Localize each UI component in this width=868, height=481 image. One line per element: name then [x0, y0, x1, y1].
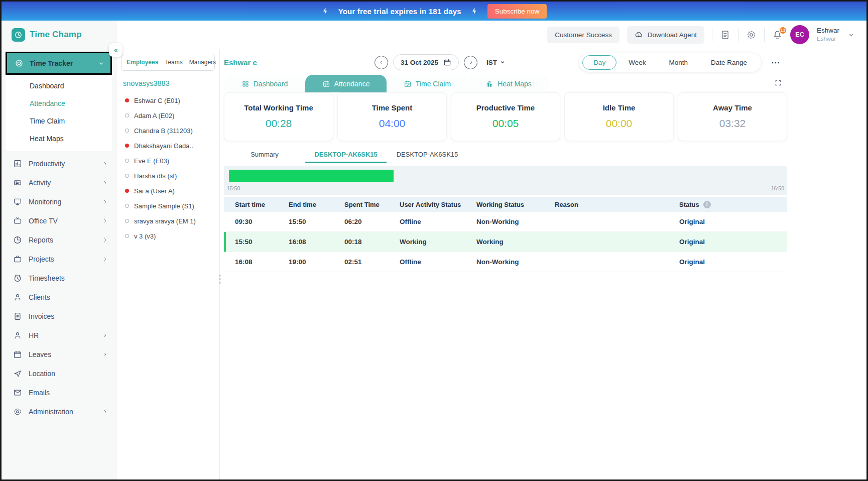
list-item[interactable]: Dhakshayani Gada.. — [121, 138, 215, 153]
sidebar-subitem[interactable]: Dashboard — [6, 77, 112, 94]
section-tab[interactable]: Dashboard — [224, 75, 305, 92]
list-item[interactable]: v 3 (v3) — [121, 228, 215, 244]
sidebar-item-icon — [13, 197, 22, 206]
lightning-icon — [470, 7, 478, 15]
status-dot — [125, 144, 129, 148]
table-row[interactable]: 15:50 16:08 00:18 Working Working Origin… — [224, 232, 787, 252]
sidebar-subitem[interactable]: Heat Maps — [6, 130, 112, 147]
status-dot — [125, 98, 129, 102]
stat-card: Idle Time 00:00 — [564, 92, 674, 141]
device-tab[interactable]: Summary — [224, 146, 305, 163]
timezone-select[interactable]: IST — [486, 59, 506, 66]
sidebar-item[interactable]: Emails — [2, 383, 116, 402]
sidebar-item[interactable]: Reports — [2, 230, 116, 250]
timeline-end-label: 16:50 — [771, 185, 784, 191]
list-item[interactable]: Sai a (User A) — [121, 183, 215, 198]
panel-resize-handle[interactable] — [219, 275, 221, 284]
sidebar-item[interactable]: Leaves — [2, 345, 116, 364]
tab-label: Heat Maps — [498, 80, 532, 88]
user-menu[interactable]: Eshwar Eshwar — [817, 27, 839, 42]
brand-name: Time Champ — [30, 30, 82, 40]
sidebar-item[interactable]: Monitoring — [2, 192, 116, 211]
list-item[interactable]: Harsha dfs (sf) — [121, 168, 215, 183]
sidebar-subitem[interactable]: Time Claim — [6, 112, 112, 130]
cell-status: Original — [670, 218, 787, 225]
timeline-start-label: 15:50 — [227, 185, 240, 191]
sidebar-item[interactable]: Productivity — [2, 154, 116, 173]
sidebar-item-icon — [13, 293, 22, 302]
employee-panel-tab[interactable]: Employees — [127, 59, 158, 66]
sidebar-item[interactable]: Invoices — [2, 307, 116, 326]
fullscreen-button[interactable] — [774, 79, 782, 88]
employee-panel-tab[interactable]: Managers — [189, 59, 216, 66]
status-dot — [125, 204, 129, 208]
list-item[interactable]: sravya sravya (EM 1) — [121, 213, 215, 228]
sidebar: Time Champ « Time Tracker Dashboard Atte… — [2, 21, 116, 479]
stats-cards: Total Working Time 00:28 Time Spent 04:0… — [224, 92, 787, 141]
list-item[interactable]: Adam A (E02) — [121, 108, 215, 123]
avatar[interactable]: EC — [790, 25, 809, 44]
section-tab[interactable]: Time Claim — [387, 75, 468, 92]
tab-label: Attendance — [334, 80, 370, 88]
sidebar-item[interactable]: Clients — [2, 288, 116, 307]
customer-success-label: Customer Success — [555, 31, 611, 39]
device-tab[interactable]: DESKTOP-AK6SK15 — [305, 146, 387, 163]
sidebar-item[interactable]: Administration — [2, 402, 116, 421]
stat-value: 00:28 — [224, 117, 333, 130]
employee-name: sravya sravya (EM 1) — [134, 217, 196, 225]
list-item[interactable]: Chandra B (311203) — [121, 123, 215, 138]
previous-day-button[interactable] — [375, 56, 388, 69]
employee-group-label[interactable]: snovasys3883 — [123, 79, 215, 87]
status-dot — [125, 189, 129, 193]
stat-card: Away Time 03:32 — [678, 92, 787, 141]
sidebar-item-label: Time Tracker — [30, 59, 92, 67]
sidebar-item-label: HR — [29, 331, 39, 339]
status-dot — [125, 234, 129, 238]
section-tab[interactable]: Heat Maps — [468, 75, 549, 92]
download-agent-label: Download Agent — [648, 31, 697, 39]
sidebar-item[interactable]: HR — [2, 326, 116, 345]
notes-button[interactable] — [720, 30, 730, 40]
subscribe-now-button[interactable]: Subscribe now — [487, 4, 547, 19]
sidebar-item[interactable]: Timesheets — [2, 269, 116, 288]
device-tab-label: DESKTOP-AK6SK15 — [397, 151, 458, 158]
customer-success-button[interactable]: Customer Success — [547, 27, 619, 43]
table-row[interactable]: 16:08 19:00 02:51 Offline Non-Working Or… — [224, 252, 787, 272]
settings-button[interactable] — [746, 30, 757, 40]
section-tab[interactable]: Attendance — [305, 75, 387, 92]
next-day-button[interactable] — [464, 56, 477, 69]
list-item[interactable]: Eve E (E03) — [121, 153, 215, 168]
timechamp-logo-icon — [12, 28, 25, 42]
sidebar-item[interactable]: Activity — [2, 173, 116, 192]
sidebar-item[interactable]: Location — [2, 364, 116, 383]
sidebar-item[interactable]: Projects — [2, 250, 116, 269]
divider — [764, 28, 765, 42]
list-item[interactable]: Sample Sample (S1) — [121, 198, 215, 213]
sidebar-collapse-button[interactable]: « — [109, 43, 122, 57]
notifications-button[interactable]: 13 — [772, 30, 783, 40]
chevron-right-icon — [102, 180, 108, 186]
range-tab[interactable]: Week — [617, 55, 657, 70]
sidebar-item-time-tracker[interactable]: Time Tracker — [7, 53, 110, 73]
chevron-down-icon — [500, 59, 506, 65]
download-agent-button[interactable]: Download Agent — [627, 26, 704, 44]
sidebar-subitem[interactable]: Attendance — [6, 94, 112, 112]
timeline-working-bar[interactable] — [229, 170, 394, 182]
sidebar-item[interactable]: Office TV — [2, 211, 116, 230]
employee-panel-tab[interactable]: Teams — [165, 59, 182, 66]
cell-status: Original — [670, 258, 787, 266]
date-picker[interactable]: 31 Oct 2025 — [393, 54, 459, 70]
range-tab[interactable]: Month — [658, 55, 699, 70]
table-row[interactable]: 09:30 15:50 06:20 Offline Non-Working Or… — [224, 212, 787, 232]
chevron-down-icon[interactable] — [848, 32, 854, 38]
status-dot — [125, 129, 129, 133]
cell-status: Original — [670, 238, 787, 246]
sidebar-subitem-label: Time Claim — [30, 117, 65, 125]
notification-badge: 13 — [779, 26, 787, 35]
list-item[interactable]: Eshwar C (E01) — [121, 93, 215, 108]
more-options-button[interactable]: ⋯ — [771, 57, 780, 68]
device-tab[interactable]: DESKTOP-AK6SK15 — [387, 146, 468, 163]
info-icon[interactable]: i — [703, 201, 711, 208]
range-tab[interactable]: Day — [582, 55, 616, 70]
range-tab[interactable]: Date Range — [700, 55, 758, 70]
